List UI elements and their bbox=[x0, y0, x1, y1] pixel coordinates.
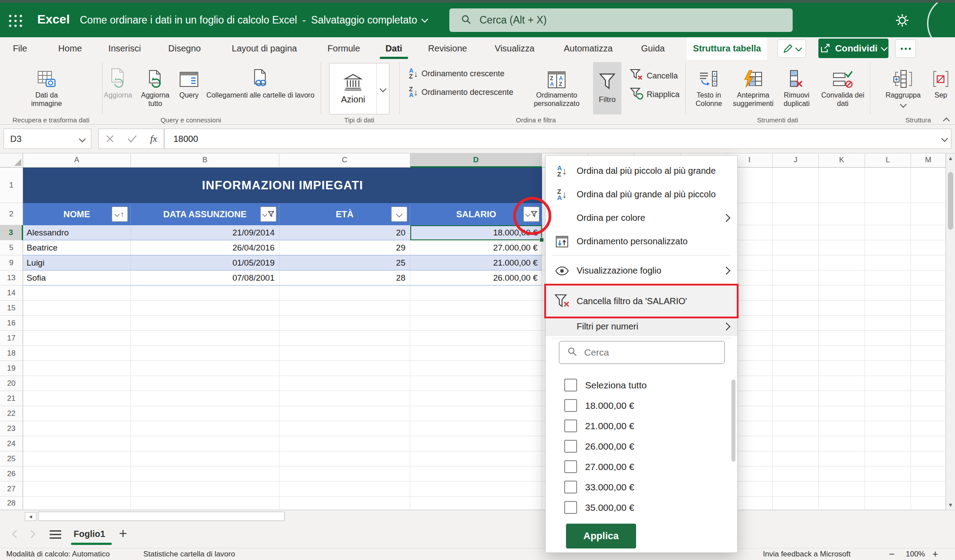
more-ribbon-options-button[interactable] bbox=[895, 39, 916, 58]
add-sheet-button[interactable]: + bbox=[119, 522, 127, 545]
row-header-26[interactable]: 26 bbox=[0, 466, 23, 482]
cell-b9[interactable]: 01/05/2019 bbox=[131, 255, 279, 270]
calculation-mode-status[interactable]: Modalità di calcolo: Automatico bbox=[6, 548, 110, 560]
filter-value-row[interactable]: 18.000,00 € bbox=[564, 396, 634, 415]
sheet-tab-foglio1[interactable]: Foglio1 bbox=[74, 522, 105, 545]
query-button[interactable]: Query bbox=[173, 65, 205, 100]
filter-value-row[interactable]: 26.000,00 € bbox=[564, 436, 634, 456]
row-header-2[interactable]: 2 bbox=[0, 203, 23, 225]
header-cell-data-assunzione[interactable]: DATA ASSUNZIONE bbox=[131, 203, 279, 225]
row-header-23[interactable]: 23 bbox=[0, 421, 23, 436]
cell-d5[interactable]: 27.000,00 € bbox=[410, 240, 542, 255]
cell-c5[interactable]: 29 bbox=[279, 240, 410, 255]
header-cell-nome[interactable]: NOME ↑ bbox=[23, 203, 131, 225]
column-header-D[interactable]: D bbox=[410, 153, 542, 168]
filter-value-row[interactable]: 21.000,00 € bbox=[564, 416, 634, 436]
row-header-22[interactable]: 22 bbox=[0, 406, 23, 421]
confirm-entry-icon[interactable] bbox=[127, 135, 137, 143]
checkbox-unchecked[interactable] bbox=[564, 379, 577, 392]
ungroup-button[interactable]: Sep bbox=[925, 65, 955, 100]
cancel-entry-icon[interactable] bbox=[106, 134, 114, 143]
cell-d9[interactable]: 21.000,00 € bbox=[410, 255, 542, 270]
header-cell-salario[interactable]: SALARIO bbox=[410, 203, 542, 225]
cell-a13[interactable]: Sofia bbox=[23, 270, 131, 285]
row-header-24[interactable]: 24 bbox=[0, 436, 23, 451]
name-box[interactable]: D3 bbox=[4, 129, 91, 149]
filter-button-data-assunzione[interactable] bbox=[260, 207, 276, 222]
cell-d3-selected[interactable]: 18.000,00 € bbox=[410, 225, 542, 240]
column-header-K[interactable]: K bbox=[819, 153, 865, 168]
cell-a9[interactable]: Luigi bbox=[23, 255, 131, 270]
apply-filter-button[interactable]: Applica bbox=[566, 524, 636, 548]
collapse-ribbon-chevron-icon[interactable] bbox=[943, 117, 950, 125]
filter-search-input[interactable] bbox=[583, 347, 714, 358]
menu-item-custom-sort[interactable]: Ordinamento personalizzato bbox=[546, 230, 737, 253]
app-launcher-waffle-icon[interactable] bbox=[7, 12, 24, 31]
actions-data-type-button[interactable]: Azioni bbox=[330, 63, 377, 114]
settings-gear-icon[interactable] bbox=[893, 12, 911, 31]
header-cell-eta[interactable]: ETÀ bbox=[279, 203, 410, 225]
row-header-19[interactable]: 19 bbox=[0, 361, 23, 376]
filter-value-row[interactable]: Seleziona tutto bbox=[564, 375, 647, 395]
search-bar[interactable] bbox=[449, 8, 793, 32]
clear-filter-button[interactable]: Cancella bbox=[630, 69, 678, 83]
ribbon-tab-automatizza[interactable]: Automatizza bbox=[559, 37, 617, 60]
ribbon-tab-home[interactable]: Home bbox=[54, 37, 86, 60]
ribbon-tab-visualizza[interactable]: Visualizza bbox=[490, 37, 539, 60]
row-header-25[interactable]: 25 bbox=[0, 451, 23, 466]
menu-item-clear-filter[interactable]: Cancella filtro da 'SALARIO' bbox=[546, 286, 737, 317]
formula-input[interactable]: 18000 bbox=[164, 129, 951, 149]
filter-search-box[interactable] bbox=[559, 341, 725, 364]
checkbox-unchecked[interactable] bbox=[564, 399, 577, 412]
sort-ascending-button[interactable]: AZ ↓ Ordinamento crescente bbox=[409, 68, 504, 79]
row-header-17[interactable]: 17 bbox=[0, 331, 23, 346]
row-header-18[interactable]: 18 bbox=[0, 346, 23, 361]
row-header-27[interactable]: 27 bbox=[0, 482, 23, 497]
reapply-filter-button[interactable]: Riapplica bbox=[630, 87, 680, 102]
menu-item-sort-largest[interactable]: ZA↓ Ordina dal più grande al più piccolo bbox=[546, 183, 737, 206]
cell-b5[interactable]: 26/04/2016 bbox=[131, 240, 279, 255]
scroll-down-arrow-icon[interactable]: ▼ bbox=[946, 502, 955, 508]
ribbon-tab-formule[interactable]: Formule bbox=[323, 37, 364, 60]
data-validation-button[interactable]: Convalida dei dati bbox=[816, 65, 869, 108]
row-header-28[interactable]: 28 bbox=[0, 497, 23, 510]
refresh-button-disabled[interactable]: Aggiorna bbox=[98, 65, 138, 100]
filter-button-nome[interactable]: ↑ bbox=[112, 207, 128, 222]
ribbon-tab-file[interactable]: File bbox=[8, 37, 31, 60]
row-header-9[interactable]: 9 bbox=[0, 255, 23, 270]
row-header-1[interactable]: 1 bbox=[0, 168, 23, 203]
flash-fill-button[interactable]: Anteprima suggerimenti bbox=[727, 65, 780, 108]
fill-handle[interactable] bbox=[539, 238, 544, 242]
send-feedback-link[interactable]: Invia feedback a Microsoft bbox=[763, 548, 850, 560]
menu-item-sort-by-color[interactable]: Ordina per colore bbox=[546, 206, 737, 230]
zoom-out-button[interactable]: − bbox=[889, 548, 895, 560]
menu-item-number-filters[interactable]: Filtri per numeri bbox=[546, 317, 737, 336]
row-header-20[interactable]: 20 bbox=[0, 376, 23, 391]
scroll-left-arrow-icon[interactable]: ◄ bbox=[25, 512, 36, 521]
cell-c9[interactable]: 25 bbox=[279, 255, 410, 270]
vertical-scrollbar-thumb[interactable] bbox=[948, 172, 953, 230]
title-chevron-down-icon[interactable] bbox=[421, 16, 428, 23]
table-title-cell[interactable]: INFORMAZIONI IMPIEGATI bbox=[23, 168, 542, 203]
document-title-bar[interactable]: Come ordinare i dati in un foglio di cal… bbox=[80, 3, 427, 37]
ribbon-tab-dati[interactable]: Dati bbox=[381, 37, 407, 60]
prev-sheet-chevron-icon[interactable] bbox=[12, 530, 20, 538]
horizontal-scrollbar-thumb[interactable] bbox=[38, 512, 285, 521]
editing-mode-button[interactable] bbox=[778, 39, 806, 58]
share-button[interactable]: Condividi bbox=[818, 39, 888, 58]
filter-button-eta[interactable] bbox=[391, 207, 407, 222]
ribbon-tab-revisione[interactable]: Revisione bbox=[424, 37, 472, 60]
ribbon-tab-guida[interactable]: Guida bbox=[637, 37, 669, 60]
refresh-all-button[interactable]: Aggiorna tutto bbox=[135, 65, 175, 108]
menu-item-sort-smallest[interactable]: AZ↓ Ordina dal più piccolo al più grande bbox=[546, 159, 737, 183]
row-header-16[interactable]: 16 bbox=[0, 316, 23, 331]
checkbox-unchecked[interactable] bbox=[564, 460, 577, 473]
column-header-J[interactable]: J bbox=[773, 153, 819, 168]
filter-value-row[interactable]: 35.000,00 € bbox=[564, 497, 634, 517]
cell-a5[interactable]: Beatrice bbox=[23, 240, 131, 255]
menu-item-sheet-view[interactable]: Visualizzazione foglio bbox=[546, 259, 737, 282]
insert-function-fx-icon[interactable]: fx bbox=[150, 133, 157, 145]
checkbox-unchecked[interactable] bbox=[564, 501, 577, 514]
cell-c13[interactable]: 28 bbox=[279, 270, 410, 285]
text-to-columns-button[interactable]: Testo in Colonne bbox=[687, 65, 731, 108]
